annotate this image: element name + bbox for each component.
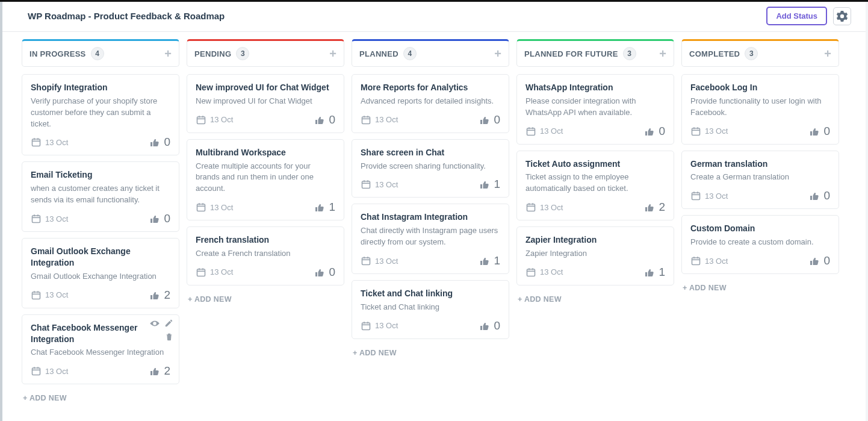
card-description: New improved UI for Chat Widget xyxy=(196,96,335,107)
column-add-button[interactable]: + xyxy=(824,48,831,60)
eye-icon[interactable] xyxy=(150,319,160,328)
roadmap-card[interactable]: French translation Create a French trans… xyxy=(187,226,344,285)
kanban-board: IN PROGRESS 4 + Shopify Integration Veri… xyxy=(2,32,866,420)
thumbs-up-icon xyxy=(479,320,490,331)
card-likes[interactable]: 0 xyxy=(479,113,500,126)
card-likes[interactable]: 1 xyxy=(314,201,335,214)
add-new-card[interactable]: + ADD NEW xyxy=(516,292,674,307)
calendar-icon xyxy=(31,366,42,376)
card-description: Create a French translation xyxy=(196,248,335,260)
roadmap-card[interactable]: Chat Facebook Messenger Integration Chat… xyxy=(22,314,179,385)
card-date: 13 Oct xyxy=(31,213,68,224)
card-likes[interactable]: 1 xyxy=(479,178,500,191)
card-title: New improved UI for Chat Widget xyxy=(196,82,335,93)
calendar-icon xyxy=(196,202,206,213)
card-likes[interactable]: 0 xyxy=(809,254,830,267)
card-title: Shopify Integration xyxy=(31,82,170,93)
card-date: 13 Oct xyxy=(361,114,398,125)
card-likes[interactable]: 1 xyxy=(644,266,665,279)
roadmap-card[interactable]: WhatsApp Integration Please consider int… xyxy=(516,74,674,145)
card-title: Zapier Integration xyxy=(525,234,665,246)
column-add-button[interactable]: + xyxy=(494,48,501,60)
column-count-badge: 3 xyxy=(236,47,249,60)
calendar-icon xyxy=(31,213,42,224)
roadmap-card[interactable]: Zapier Integration Zapier Integration 13… xyxy=(516,226,674,285)
column-add-button[interactable]: + xyxy=(659,48,666,60)
add-status-button[interactable]: Add Status xyxy=(766,7,827,25)
trash-icon[interactable] xyxy=(164,332,174,341)
card-description: Zapier Integration xyxy=(525,248,665,260)
column-title: PENDING xyxy=(194,49,231,58)
card-date: 13 Oct xyxy=(196,114,233,125)
column-add-button[interactable]: + xyxy=(329,48,336,60)
pencil-icon[interactable] xyxy=(164,319,174,328)
card-likes[interactable]: 1 xyxy=(479,254,500,267)
roadmap-card[interactable]: German translation Create a German trans… xyxy=(681,151,839,210)
card-likes[interactable]: 0 xyxy=(314,113,335,126)
roadmap-card[interactable]: Custom Domain Provide to create a custom… xyxy=(681,215,839,274)
roadmap-card[interactable]: Gmail Outlook Exchange Integration Gmail… xyxy=(22,238,179,308)
roadmap-card[interactable]: Facebook Log In Provide functionality to… xyxy=(681,74,839,145)
settings-button[interactable] xyxy=(833,7,851,25)
card-title: WhatsApp Integration xyxy=(525,82,665,93)
card-description: Gmail Outlook Exchange Integration xyxy=(31,271,170,282)
card-date: 13 Oct xyxy=(690,255,728,266)
roadmap-card[interactable]: Ticket and Chat linking Ticket and Chat … xyxy=(352,280,509,339)
card-likes[interactable]: 0 xyxy=(644,125,665,138)
card-date: 13 Oct xyxy=(525,202,563,213)
thumbs-up-icon xyxy=(644,267,655,278)
thumbs-up-icon xyxy=(314,267,325,278)
roadmap-card[interactable]: Multibrand Workspace Create multiple acc… xyxy=(187,139,344,220)
roadmap-card[interactable]: Ticket Auto assignment Ticket assign to … xyxy=(516,151,674,221)
card-date: 13 Oct xyxy=(31,290,68,301)
thumbs-up-icon xyxy=(149,137,160,148)
column-header: PENDING 3 + xyxy=(187,39,344,67)
card-likes[interactable]: 2 xyxy=(149,364,170,378)
card-likes[interactable]: 0 xyxy=(149,212,170,225)
card-description: Create a German translation xyxy=(690,172,830,183)
roadmap-card[interactable]: Email Ticketing when a customer creates … xyxy=(22,161,179,232)
card-likes[interactable]: 2 xyxy=(149,288,170,302)
card-likes[interactable]: 0 xyxy=(314,266,335,279)
thumbs-up-icon xyxy=(809,190,820,201)
thumbs-up-icon xyxy=(809,255,820,266)
card-likes[interactable]: 0 xyxy=(809,125,830,138)
card-likes[interactable]: 0 xyxy=(479,319,500,332)
kanban-column: IN PROGRESS 4 + Shopify Integration Veri… xyxy=(22,39,179,406)
thumbs-up-icon xyxy=(479,114,490,125)
roadmap-card[interactable]: Shopify Integration Verify purchase of y… xyxy=(22,74,179,155)
card-hover-actions xyxy=(150,319,174,341)
card-date: 13 Oct xyxy=(690,126,728,137)
calendar-icon xyxy=(690,126,701,137)
add-new-card[interactable]: + ADD NEW xyxy=(681,280,839,296)
thumbs-up-icon xyxy=(149,213,160,224)
column-header: PLANNED 4 + xyxy=(352,39,509,67)
card-title: Share screen in Chat xyxy=(361,147,500,158)
card-description: Provide to create a custom domain. xyxy=(690,237,830,248)
add-new-card[interactable]: + ADD NEW xyxy=(22,390,179,406)
card-title: Custom Domain xyxy=(690,223,830,234)
card-description: Ticket and Chat linking xyxy=(361,302,500,313)
calendar-icon xyxy=(690,190,701,201)
thumbs-up-icon xyxy=(644,202,655,213)
add-new-card[interactable]: + ADD NEW xyxy=(352,345,509,361)
roadmap-card[interactable]: New improved UI for Chat Widget New impr… xyxy=(187,74,344,133)
column-count-badge: 4 xyxy=(91,47,104,60)
card-title: Multibrand Workspace xyxy=(196,147,335,158)
add-new-card[interactable]: + ADD NEW xyxy=(187,292,344,307)
roadmap-card[interactable]: Share screen in Chat Provide screen shar… xyxy=(352,139,509,198)
calendar-icon xyxy=(525,267,536,278)
card-date: 13 Oct xyxy=(525,267,563,278)
thumbs-up-icon xyxy=(479,179,490,190)
card-likes[interactable]: 0 xyxy=(149,136,170,149)
card-date: 13 Oct xyxy=(525,126,563,137)
roadmap-card[interactable]: More Reports for Analytics Advanced repo… xyxy=(352,74,509,133)
calendar-icon xyxy=(690,255,701,266)
card-likes[interactable]: 2 xyxy=(644,201,665,214)
roadmap-card[interactable]: Chat Instagram Integration Chat directly… xyxy=(352,204,509,274)
card-title: Chat Instagram Integration xyxy=(361,211,500,223)
column-add-button[interactable]: + xyxy=(164,48,172,60)
card-likes[interactable]: 0 xyxy=(809,189,830,202)
calendar-icon xyxy=(361,320,371,331)
card-description: Ticket assign to the employee automatica… xyxy=(525,172,665,195)
